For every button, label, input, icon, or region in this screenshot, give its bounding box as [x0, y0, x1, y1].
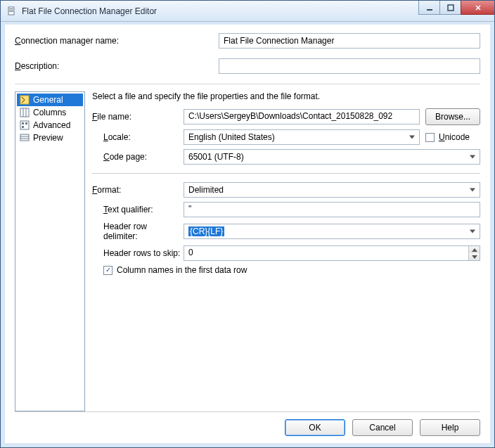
spin-down-button[interactable]	[469, 253, 480, 260]
nav-item-label: Preview	[33, 133, 63, 143]
nav-item-general[interactable]: General	[17, 94, 83, 106]
svg-rect-4	[427, 9, 432, 11]
app-icon	[6, 6, 18, 17]
text-qualifier-label: Text qualifier:	[92, 205, 184, 215]
svg-rect-0	[8, 7, 14, 15]
window-title: Flat File Connection Manager Editor	[22, 6, 157, 16]
file-name-label: File name:	[92, 112, 184, 122]
dialog-window: Flat File Connection Manager Editor Conn…	[0, 0, 495, 448]
header-fields: Connection manager name: Description:	[15, 33, 480, 84]
header-delim-label: Header row delimiter:	[92, 222, 184, 241]
format-combo[interactable]: Delimited	[184, 182, 480, 198]
svg-rect-10	[20, 121, 29, 129]
svg-rect-12	[25, 122, 27, 124]
minimize-button[interactable]	[418, 1, 439, 15]
spin-up-button[interactable]	[469, 246, 480, 253]
connection-name-label: Connection manager name:	[15, 36, 219, 46]
form-grid: File name: C:\Users\SergeyB\Downloads\Co…	[92, 108, 480, 279]
instruction-text: Select a file and specify the file prope…	[92, 91, 480, 101]
description-input[interactable]	[219, 58, 480, 74]
header-skip-label: Header rows to skip:	[92, 248, 184, 258]
svg-rect-7	[20, 108, 29, 117]
nav-item-label: Advanced	[33, 120, 70, 130]
nav-item-label: Columns	[33, 108, 66, 117]
header-delim-combo[interactable]: {CR}{LF}	[184, 224, 480, 239]
svg-rect-3	[9, 11, 13, 12]
footer-buttons: OK Cancel Help	[15, 411, 480, 436]
nav-item-preview[interactable]: Preview	[17, 132, 83, 144]
window-buttons	[418, 1, 494, 15]
svg-rect-13	[22, 126, 24, 128]
detail-panel: Select a file and specify the file prope…	[92, 91, 480, 411]
nav-item-advanced[interactable]: Advanced	[17, 119, 83, 132]
codepage-combo[interactable]: 65001 (UTF-8)	[184, 149, 480, 165]
nav-list[interactable]: General Columns Advanced Preview	[15, 91, 85, 411]
description-label: Description:	[15, 61, 219, 71]
locale-label: Locale:	[92, 132, 184, 142]
separator	[92, 173, 480, 174]
header-skip-input[interactable]: 0	[184, 245, 480, 261]
spin-buttons	[468, 246, 480, 260]
general-icon	[19, 94, 30, 105]
format-label: Format:	[92, 185, 184, 195]
first-row-checkbox[interactable]	[103, 266, 112, 275]
close-button[interactable]	[461, 1, 494, 15]
svg-rect-2	[9, 10, 13, 11]
first-row-label: Column names in the first data row	[117, 265, 247, 275]
browse-button[interactable]: Browse...	[425, 108, 480, 125]
nav-item-label: General	[33, 95, 63, 105]
svg-rect-11	[22, 122, 24, 124]
svg-rect-14	[20, 134, 29, 141]
svg-marker-17	[472, 248, 477, 252]
preview-icon	[19, 132, 30, 143]
svg-rect-5	[448, 5, 454, 11]
unicode-checkbox[interactable]	[425, 133, 435, 142]
connection-name-input[interactable]	[219, 33, 480, 49]
svg-rect-1	[9, 8, 13, 9]
main-split: General Columns Advanced Preview Select …	[15, 84, 480, 411]
titlebar[interactable]: Flat File Connection Manager Editor	[1, 1, 494, 22]
advanced-icon	[19, 120, 30, 131]
unicode-label: Unicode	[439, 132, 470, 142]
nav-item-columns[interactable]: Columns	[17, 106, 83, 119]
locale-combo[interactable]: English (United States)	[184, 129, 420, 145]
cancel-button[interactable]: Cancel	[352, 419, 413, 436]
text-qualifier-input[interactable]: "	[184, 202, 480, 217]
maximize-button[interactable]	[439, 1, 461, 15]
help-button[interactable]: Help	[420, 419, 480, 436]
codepage-label: Code page:	[92, 152, 184, 162]
ok-button[interactable]: OK	[285, 419, 345, 436]
columns-icon	[19, 107, 30, 118]
svg-marker-18	[472, 255, 477, 259]
client-area: Connection manager name: Description: Ge…	[1, 22, 494, 447]
file-name-input[interactable]: C:\Users\SergeyB\Downloads\Contact_20150…	[184, 109, 420, 124]
